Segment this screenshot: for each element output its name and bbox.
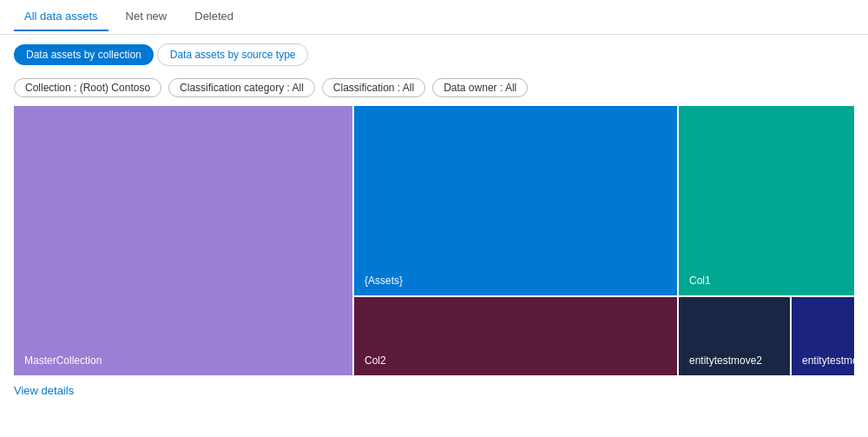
filter-bar: Collection : (Root) Contoso Classificati…: [0, 75, 868, 106]
filter-classification-category[interactable]: Classification category : All: [168, 78, 315, 97]
tab-all-data-assets[interactable]: All data assets: [14, 3, 108, 31]
filter-collection[interactable]: Collection : (Root) Contoso: [14, 78, 161, 97]
treemap-block-assets[interactable]: {Assets}: [354, 106, 677, 295]
tab-net-new[interactable]: Net new: [115, 3, 178, 31]
treemap-area: MasterCollection {Assets} Col2 Col1 enti…: [14, 106, 854, 375]
treemap-middle-column: {Assets} Col2: [354, 106, 677, 375]
treemap-block-master[interactable]: MasterCollection: [14, 106, 352, 375]
toggle-bar: Data assets by collection Data assets by…: [0, 35, 868, 75]
tab-bar: All data assets Net new Deleted: [0, 0, 868, 35]
treemap-label-entitytestmove2: entitytestmove2: [689, 354, 762, 367]
filter-data-owner[interactable]: Data owner : All: [432, 78, 528, 97]
treemap-label-entitytestmov: entitytestmov...: [802, 354, 868, 367]
treemap-right-bottom-row: entitytestmove2 entitytestmov...: [679, 297, 854, 375]
treemap-block-col1[interactable]: Col1: [679, 106, 854, 295]
treemap-block-col2[interactable]: Col2: [354, 297, 677, 375]
filter-classification[interactable]: Classification : All: [322, 78, 425, 97]
treemap-block-entitytestmove2[interactable]: entitytestmove2: [679, 297, 790, 375]
treemap-label-assets: {Assets}: [365, 275, 403, 287]
tab-deleted[interactable]: Deleted: [184, 3, 244, 31]
treemap-label-col2: Col2: [365, 354, 386, 367]
treemap-label-col1: Col1: [689, 275, 711, 287]
toggle-by-source[interactable]: Data assets by source type: [157, 43, 309, 66]
treemap-block-entitytestmov[interactable]: entitytestmov...: [792, 297, 854, 375]
view-details-link[interactable]: View details: [0, 375, 868, 406]
treemap-label-master: MasterCollection: [24, 354, 102, 367]
toggle-by-collection[interactable]: Data assets by collection: [14, 44, 154, 65]
treemap-right-column: Col1 entitytestmove2 entitytestmov...: [679, 106, 854, 375]
